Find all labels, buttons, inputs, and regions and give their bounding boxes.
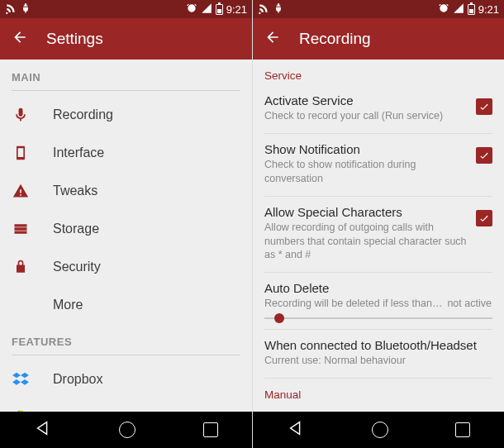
slider[interactable] bbox=[264, 317, 492, 319]
page-title: Settings bbox=[46, 30, 103, 48]
app-bar: Recording bbox=[253, 18, 504, 60]
section-header-service: Service bbox=[253, 60, 504, 85]
warning-icon bbox=[12, 183, 30, 199]
nav-back-icon[interactable] bbox=[287, 419, 305, 441]
setting-title: Activate Service bbox=[264, 93, 468, 107]
menu-item-dropbox[interactable]: Dropbox bbox=[0, 360, 252, 398]
checkbox[interactable] bbox=[476, 210, 492, 226]
battery-icon bbox=[468, 4, 475, 15]
nav-recent-icon[interactable] bbox=[455, 422, 470, 437]
rss-icon bbox=[258, 2, 269, 17]
menu-label: Tweaks bbox=[53, 183, 97, 198]
nav-bar bbox=[253, 412, 504, 448]
setting-subtitle: Check to show notification during conver… bbox=[264, 158, 468, 186]
setting-subtitle: Recording will be deleted if less than…n… bbox=[264, 297, 492, 311]
plug-icon bbox=[20, 2, 31, 17]
setting-special-characters[interactable]: Allow Special Characters Allow recording… bbox=[253, 197, 504, 273]
nav-bar bbox=[0, 412, 252, 448]
checkbox[interactable] bbox=[476, 98, 492, 115]
setting-subtitle: Check to record your call (Run service) bbox=[264, 109, 468, 123]
section-header-features: FEATURES bbox=[0, 324, 252, 360]
alarm-icon bbox=[186, 2, 197, 17]
menu-label: More bbox=[53, 298, 83, 312]
setting-title: Allow Special Characters bbox=[264, 205, 468, 219]
rss-icon bbox=[5, 2, 17, 17]
status-time: 9:21 bbox=[478, 3, 499, 16]
mic-icon bbox=[12, 107, 30, 123]
slider-thumb[interactable] bbox=[274, 313, 284, 323]
menu-item-security[interactable]: Security bbox=[0, 248, 252, 286]
menu-item-recording[interactable]: Recording bbox=[0, 96, 252, 134]
app-bar: Settings bbox=[0, 18, 252, 60]
section-header-main: MAIN bbox=[0, 60, 252, 96]
checkbox[interactable] bbox=[476, 147, 492, 164]
setting-show-notification[interactable]: Show Notification Check to show notifica… bbox=[253, 134, 504, 196]
setting-subtitle: Current use: Normal behaviour bbox=[264, 354, 492, 368]
menu-item-storage[interactable]: Storage bbox=[0, 210, 252, 248]
status-bar: 9:21 bbox=[0, 0, 252, 18]
menu-label: Storage bbox=[53, 222, 99, 236]
dropbox-icon bbox=[12, 371, 30, 388]
lock-icon bbox=[12, 259, 30, 275]
menu-label: Interface bbox=[53, 145, 104, 160]
menu-label: Dropbox bbox=[53, 372, 102, 387]
setting-bluetooth[interactable]: When connected to Bluetooth/Headset Curr… bbox=[253, 330, 504, 378]
menu-label: Security bbox=[53, 260, 101, 274]
setting-activate-service[interactable]: Activate Service Check to record your ca… bbox=[253, 85, 504, 133]
recording-screen: 9:21 Recording Service Activate Service … bbox=[252, 0, 504, 448]
battery-icon bbox=[216, 4, 223, 15]
nav-home-icon[interactable] bbox=[119, 422, 136, 438]
nav-home-icon[interactable] bbox=[372, 422, 388, 438]
setting-subtitle: Allow recording of outgoing calls with n… bbox=[264, 221, 468, 263]
status-bar: 9:21 bbox=[253, 0, 504, 18]
setting-auto-delete[interactable]: Auto Delete Recording will be deleted if… bbox=[253, 273, 504, 329]
back-icon[interactable] bbox=[264, 29, 281, 49]
signal-icon bbox=[201, 2, 212, 17]
setting-title: When connected to Bluetooth/Headset bbox=[264, 338, 492, 352]
phone-icon bbox=[12, 145, 30, 161]
setting-title: Auto Delete bbox=[264, 281, 492, 295]
alarm-icon bbox=[438, 2, 449, 17]
page-title: Recording bbox=[299, 30, 371, 48]
settings-screen: 9:21 Settings MAIN Recording Interface T… bbox=[0, 0, 252, 448]
back-icon[interactable] bbox=[12, 29, 28, 49]
menu-label: Recording bbox=[53, 107, 113, 122]
menu-item-tweaks[interactable]: Tweaks bbox=[0, 172, 252, 210]
status-time: 9:21 bbox=[226, 3, 247, 16]
menu-item-interface[interactable]: Interface bbox=[0, 134, 252, 172]
settings-content: MAIN Recording Interface Tweaks Storage … bbox=[0, 60, 252, 412]
section-header-manual: Manual bbox=[253, 379, 504, 404]
plug-icon bbox=[273, 2, 284, 17]
menu-item-more[interactable]: More bbox=[0, 286, 252, 324]
setting-title: Show Notification bbox=[264, 142, 468, 156]
nav-back-icon[interactable] bbox=[34, 419, 52, 441]
recording-content: Service Activate Service Check to record… bbox=[253, 60, 504, 412]
nav-recent-icon[interactable] bbox=[203, 422, 218, 437]
menu-item-google-drive[interactable]: Google Drive bbox=[0, 398, 252, 412]
storage-icon bbox=[12, 221, 30, 237]
signal-icon bbox=[453, 2, 464, 17]
